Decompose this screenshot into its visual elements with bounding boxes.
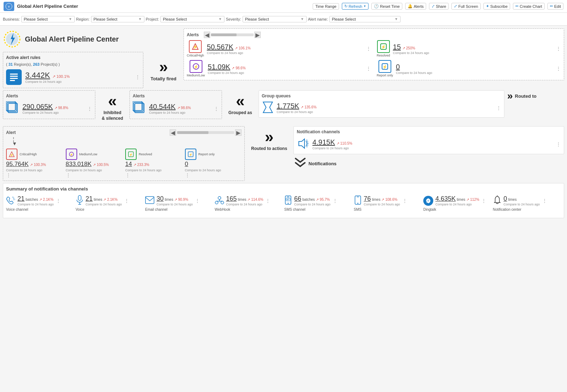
svg-rect-38: [145, 197, 154, 204]
email-channel-item: 30 times ↗ 90.9% Compare to 24 hours ago…: [145, 195, 213, 211]
alerts-40k-title: Alerts: [133, 93, 219, 98]
medium-menu[interactable]: ⋮: [366, 66, 371, 71]
create-chart-button[interactable]: ✏ Create Chart: [513, 3, 545, 10]
alert-name-label: Alert name:: [308, 17, 328, 21]
business-label: Business:: [3, 17, 20, 21]
header-title: Global Alert Pipeline Center: [17, 4, 78, 9]
voice-channel-metrics: 21 batches ↗ 2.1K% Compare to 24 hours a…: [17, 195, 54, 206]
detail-critical-menu[interactable]: ⋮: [6, 173, 63, 178]
notif-channels-menu[interactable]: ⋮: [556, 142, 561, 147]
severity-filter: Severity: Please Select ▼: [226, 16, 307, 22]
alerts-40k-value: 40.544K: [149, 103, 176, 111]
medium-compare: Compare to 24 hours ago: [208, 71, 246, 75]
webhook-menu[interactable]: ⋮: [265, 198, 270, 203]
critical-icon: ⚡: [189, 40, 202, 53]
detail-critical-label: Critical/High: [20, 152, 37, 156]
critical-menu[interactable]: ⋮: [366, 46, 371, 51]
group-queues-menu[interactable]: ⋮: [496, 106, 501, 111]
routed-to-actions-arrows: »: [265, 129, 273, 145]
detail-report-menu[interactable]: ⋮: [185, 173, 242, 178]
resolved-compare: Compare to 24 hours ago: [393, 51, 429, 55]
alerts-290k-card: Alerts 290.065K ↗ 98.8: [3, 90, 95, 119]
region-filter: Region: Please Select ▼: [76, 16, 144, 22]
group-queues-title: Group queues: [262, 93, 501, 98]
detail-critical-change: ↗ 100.3%: [30, 163, 46, 167]
time-range-button[interactable]: Time Range: [313, 3, 339, 10]
business-select[interactable]: Please Select ▼: [21, 16, 75, 22]
sms-channel-item: 66 batches ↗ 95.7% Compare to 24 hours a…: [284, 195, 353, 211]
turbosql-icon: T: [4, 2, 14, 11]
inhibited-label: Inhibited& silenced: [102, 110, 123, 121]
active-rules-metrics: 3.442K ↗ 100.1% Compare to 24 hours ago: [25, 71, 70, 84]
sms-channel-menu[interactable]: ⋮: [333, 198, 338, 203]
reset-time-button[interactable]: 🕐 Reset Time: [371, 3, 402, 10]
detail-report: ⚡ Report only 0 Compare to 24 hours ago …: [185, 149, 242, 178]
alerts-40k-menu[interactable]: ⋮: [214, 106, 219, 111]
svg-rect-5: [10, 74, 18, 75]
report-menu[interactable]: ⋮: [556, 66, 561, 71]
alerts-290k-menu[interactable]: ⋮: [87, 106, 92, 111]
alert-detail-scroll-left[interactable]: ◀: [170, 129, 176, 136]
alert-medium-item: ⚡ Medium/Low 51.09K ↗ 98.6% Compare to 2…: [187, 60, 371, 77]
detail-critical-value: 95.764K: [6, 161, 28, 168]
dingtalk-icon: [423, 196, 433, 206]
notif-center-menu[interactable]: ⋮: [542, 198, 547, 203]
resolved-menu[interactable]: ⋮: [556, 46, 561, 51]
edit-button[interactable]: ✏ Edit: [547, 3, 563, 10]
alerts-scroll-right[interactable]: ▶: [254, 32, 261, 38]
svg-point-50: [357, 203, 358, 204]
severity-select[interactable]: Please Select ▼: [243, 16, 307, 22]
top-header: T Global Alert Pipeline Center Time Rang…: [0, 0, 567, 13]
alerts-button[interactable]: 🔔 Alerts: [405, 3, 426, 10]
notif-channels-metrics: 4.915K ↗ 110.5% Compare to 24 hours ago: [312, 138, 352, 150]
detail-resolved: ⚡ Resolved 14 ↗ 233.3% Compare to 24 hou…: [125, 149, 182, 178]
alert-name-select[interactable]: Please Select ▼: [329, 16, 401, 22]
svg-text:⚡: ⚡: [129, 153, 133, 156]
svg-point-40: [215, 201, 218, 204]
region-label: Region:: [76, 17, 90, 21]
alert-report-item: ⚡ Report only 0 Compare to 24 hours ago: [377, 60, 561, 77]
alerts-scroll-left[interactable]: ◀: [204, 32, 210, 38]
detail-medium-menu[interactable]: ⋮: [66, 173, 123, 178]
time-range-label: Time Range: [315, 4, 337, 9]
business-chevron: ▼: [69, 17, 72, 21]
alerts-290k-compare: Compare to 24 hours ago: [22, 111, 68, 114]
alert-detail-card: Alert ◀ ▶ ▼: [3, 126, 245, 181]
subscribe-button[interactable]: ✦ Subscribe: [483, 3, 510, 10]
business-filter: Business: Please Select ▼: [3, 16, 75, 22]
alert-name-chevron: ▼: [394, 17, 398, 21]
region-select[interactable]: Please Select ▼: [91, 16, 144, 22]
project-select[interactable]: Please Select ▼: [160, 16, 224, 22]
webhook-icon: [215, 195, 224, 206]
full-screen-label: Full Screen: [458, 4, 478, 9]
share-button[interactable]: ⤤ Share: [429, 3, 449, 10]
active-rules-compare: Compare to 24 hours ago: [25, 80, 70, 84]
alert-detail-scrollbar: [177, 131, 234, 134]
detail-report-value: 0: [185, 161, 188, 168]
full-screen-button[interactable]: ⤢ Full Screen: [451, 3, 481, 10]
alert-detail-scroll-right[interactable]: ▶: [235, 129, 242, 136]
alerts-stack-icon: [6, 101, 20, 116]
detail-resolved-value: 14: [125, 161, 132, 168]
active-rules-menu[interactable]: ⋮: [135, 75, 140, 80]
routed-to-actions-section: » Routed to actions: [248, 126, 291, 154]
voice-channel-menu[interactable]: ⋮: [56, 198, 61, 203]
alerts-290k-title: Alerts: [6, 93, 92, 98]
alert-detail-title: Alert: [6, 130, 16, 135]
sms-menu[interactable]: ⋮: [402, 198, 407, 203]
detail-resolved-menu[interactable]: ⋮: [125, 173, 182, 178]
notif-center-item: 0 times Compare to 24 hours ago ⋮ Notifi…: [493, 195, 561, 211]
filter-bar: Business: Please Select ▼ Region: Please…: [0, 13, 567, 26]
svg-rect-35: [78, 195, 81, 200]
voice-menu[interactable]: ⋮: [124, 198, 129, 203]
critical-value: 50.567K: [207, 43, 234, 51]
refresh-button[interactable]: ↻ Refresh ▼: [342, 3, 369, 10]
email-channel-menu[interactable]: ⋮: [195, 198, 200, 203]
pipeline-logo-icon: [3, 30, 21, 48]
resolved-change: ↗ 250%: [402, 46, 415, 50]
sms-channel-icon: [284, 195, 292, 206]
dingtalk-label: Dingtalk: [423, 208, 492, 211]
group-queues-metrics: 1.775K ↗ 135.6% Compare to 24 hours ago: [277, 102, 317, 114]
dingtalk-menu[interactable]: ⋮: [481, 198, 486, 203]
detail-medium: ⚡ Medium/Low 833.018K ↗ 100.5% Compare t…: [66, 149, 123, 178]
